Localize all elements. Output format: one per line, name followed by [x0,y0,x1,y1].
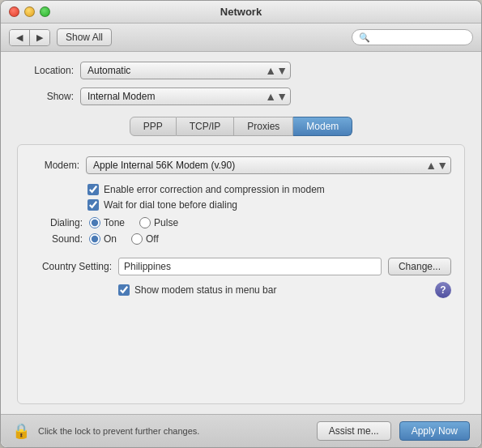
show-modem-label: Show modem status in menu bar [134,284,276,296]
pulse-option[interactable]: Pulse [139,217,178,228]
window-controls [9,6,50,17]
country-section: Country Setting: Change... Show modem st… [31,250,451,298]
dialing-radio-group: Tone Pulse [89,217,178,228]
modem-panel: Modem: Apple Internal 56K Modem (v.90) ▲… [17,144,465,404]
forward-button[interactable]: ▶ [30,30,49,45]
location-label: Location: [17,65,74,76]
modem-label: Modem: [31,160,79,171]
country-label: Country Setting: [31,261,112,272]
close-button[interactable] [9,6,19,17]
sound-label: Sound: [31,233,83,245]
location-row: Location: Automatic ▲▼ [17,62,465,79]
show-modem-status-checkbox[interactable] [118,284,130,296]
show-label: Show: [17,91,74,102]
sound-off-radio[interactable] [131,233,143,245]
show-select[interactable]: Internal Modem [80,87,291,105]
search-box: 🔍 [352,29,473,45]
pulse-radio[interactable] [139,217,151,228]
search-input[interactable] [373,32,466,43]
main-content: Location: Automatic ▲▼ Show: Internal Mo… [1,52,481,414]
tab-proxies[interactable]: Proxies [234,117,293,136]
minimize-button[interactable] [24,6,35,17]
checkbox2-row: Wait for dial tone before dialing [87,199,451,211]
search-icon: 🔍 [359,32,370,43]
location-select[interactable]: Automatic [80,62,291,79]
lock-text: Click the lock to prevent further change… [38,426,309,436]
sound-row: Sound: On Off [31,233,451,245]
show-select-wrapper: Internal Modem ▲▼ [80,87,291,105]
tabs-row: PPP TCP/IP Proxies Modem [17,117,465,136]
country-input[interactable] [118,258,382,275]
sound-off-label: Off [146,233,159,245]
window-title: Network [220,6,262,18]
show-modem-left: Show modem status in menu bar [118,284,276,296]
toolbar: ◀ ▶ Show All 🔍 [1,23,481,52]
modem-row: Modem: Apple Internal 56K Modem (v.90) ▲… [31,156,451,174]
dialing-section: Dialing: Tone Pulse Sound: [31,217,451,245]
titlebar: Network [1,1,481,23]
tab-ppp[interactable]: PPP [130,117,177,136]
checkbox1-row: Enable error correction and compression … [87,184,451,195]
maximize-button[interactable] [40,6,50,17]
location-select-wrapper: Automatic ▲▼ [80,62,291,79]
sound-radio-group: On Off [89,233,159,245]
dialing-row: Dialing: Tone Pulse [31,217,451,228]
show-row: Show: Internal Modem ▲▼ [17,87,465,105]
checkbox1-label: Enable error correction and compression … [104,184,325,195]
modem-select[interactable]: Apple Internal 56K Modem (v.90) [86,156,451,174]
country-row: Country Setting: Change... [31,258,451,275]
pulse-label: Pulse [154,217,178,228]
nav-buttons: ◀ ▶ [9,29,50,46]
lock-icon[interactable]: 🔒 [12,422,30,440]
tone-radio[interactable] [89,217,100,228]
sound-on-option[interactable]: On [89,233,117,245]
tab-tcpip[interactable]: TCP/IP [177,117,235,136]
bottom-bar: 🔒 Click the lock to prevent further chan… [1,414,481,447]
help-button[interactable]: ? [435,282,451,298]
dial-tone-checkbox[interactable] [87,199,99,211]
checkbox2-label: Wait for dial tone before dialing [104,199,237,211]
show-modem-row: Show modem status in menu bar ? [31,282,451,298]
dialing-label: Dialing: [31,217,83,228]
apply-now-button[interactable]: Apply Now [399,421,470,441]
assist-me-button[interactable]: Assist me... [317,421,391,441]
error-correction-checkbox[interactable] [87,184,99,195]
sound-on-radio[interactable] [89,233,100,245]
tab-modem[interactable]: Modem [293,117,352,136]
modem-select-wrapper: Apple Internal 56K Modem (v.90) ▲▼ [86,156,451,174]
network-window: Network ◀ ▶ Show All 🔍 Location: Automat… [0,0,482,448]
sound-off-option[interactable]: Off [131,233,159,245]
back-button[interactable]: ◀ [10,30,30,45]
tone-option[interactable]: Tone [89,217,125,228]
show-all-button[interactable]: Show All [57,28,112,46]
change-button[interactable]: Change... [388,258,451,275]
tone-label: Tone [104,217,125,228]
sound-on-label: On [104,233,117,245]
